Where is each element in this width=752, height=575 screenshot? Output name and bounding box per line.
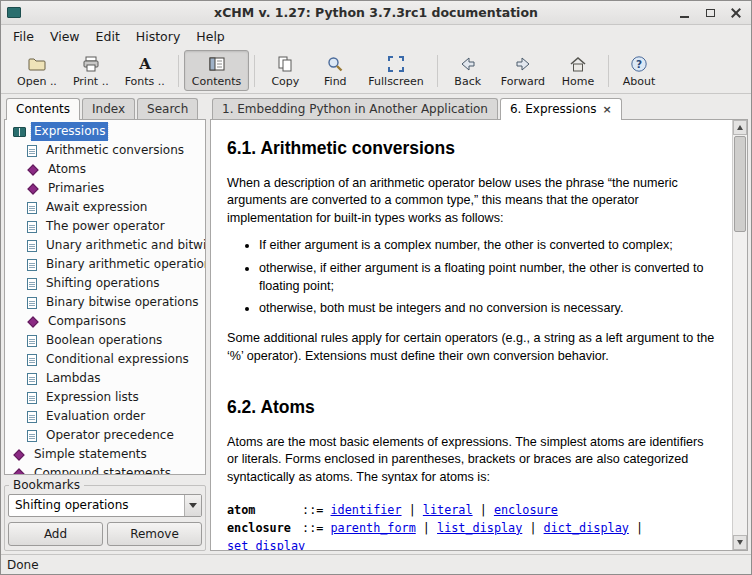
tree-item[interactable]: Comparisons <box>5 312 205 331</box>
grammar-keyword: enclosure <box>227 519 295 537</box>
paragraph: When a description of an arithmetic oper… <box>227 175 716 228</box>
titlebar[interactable]: xCHM v. 1.27: Python 3.7.3rc1 documentat… <box>1 1 751 25</box>
tree-item[interactable]: Conditional expressions <box>5 350 205 369</box>
tree-item-label: Await expression <box>43 198 150 217</box>
copy-button[interactable]: Copy <box>260 50 310 91</box>
doc-icon <box>27 278 37 290</box>
tree-item[interactable]: Binary bitwise operations <box>5 293 205 312</box>
tree-item[interactable]: Boolean operations <box>5 331 205 350</box>
tree-item[interactable]: Operator precedence <box>5 426 205 445</box>
sidebar-tabs: Contents Index Search <box>4 96 206 119</box>
menu-view[interactable]: View <box>42 26 88 47</box>
bookmarks-section: Bookmarks Shifting operations Add Remove <box>4 485 206 551</box>
tree-item[interactable]: Shifting operations <box>5 274 205 293</box>
contents-button[interactable]: Contents <box>184 50 249 91</box>
find-button[interactable]: Find <box>310 50 360 91</box>
grammar-link[interactable]: list_display <box>437 521 522 535</box>
doc-icon <box>27 392 37 404</box>
grammar-link[interactable]: set_display <box>227 539 305 550</box>
menu-help[interactable]: Help <box>188 26 233 47</box>
tab-label: 1. Embedding Python in Another Applicati… <box>222 102 488 116</box>
tree-item[interactable]: Expressions <box>5 122 205 141</box>
tree-item[interactable]: Compound statements <box>5 464 205 475</box>
tree-item[interactable]: Await expression <box>5 198 205 217</box>
grammar-keyword: atom <box>227 501 295 519</box>
app-window: xCHM v. 1.27: Python 3.7.3rc1 documentat… <box>0 0 752 575</box>
fullscreen-button[interactable]: Fullscreen <box>360 50 431 91</box>
tree-item-label: Simple statements <box>31 445 150 464</box>
doc-icon <box>27 354 37 366</box>
bullet-item: otherwise, if either argument is a float… <box>259 260 716 295</box>
tab-index[interactable]: Index <box>82 98 135 119</box>
fonts-icon: A <box>135 53 155 74</box>
tree-item[interactable]: Atoms <box>5 160 205 179</box>
scroll-down-icon[interactable] <box>733 535 747 550</box>
tree-item[interactable]: Primaries <box>5 179 205 198</box>
tree-item[interactable]: Simple statements <box>5 445 205 464</box>
forward-button[interactable]: Forward <box>493 50 553 91</box>
tab-search[interactable]: Search <box>137 98 198 119</box>
tree-item[interactable]: Expression lists <box>5 388 205 407</box>
document-tabs: 1. Embedding Python in Another Applicati… <box>210 96 748 119</box>
home-icon <box>568 53 588 74</box>
toolbar-label: Fullscreen <box>368 75 423 88</box>
add-bookmark-button[interactable]: Add <box>8 522 103 546</box>
grammar-link[interactable]: parenth_form <box>331 521 416 535</box>
tree-item[interactable]: Evaluation order <box>5 407 205 426</box>
print-button[interactable]: Print .. <box>65 50 117 91</box>
tab-close-icon[interactable]: × <box>603 104 612 115</box>
tree-item-label: Atoms <box>45 160 89 179</box>
toolbar-label: Contents <box>192 75 241 88</box>
toolbar-label: Back <box>454 75 481 88</box>
tree-item[interactable]: Unary arithmetic and bitwis <box>5 236 205 255</box>
scroll-up-icon[interactable] <box>733 120 747 135</box>
statusbar: Done <box>1 554 751 574</box>
tree-item[interactable]: Arithmetic conversions <box>5 141 205 160</box>
toolbar-label: Print .. <box>73 75 109 88</box>
svg-text:?: ? <box>636 58 642 70</box>
diamond-icon <box>27 164 38 175</box>
grammar-link[interactable]: literal <box>423 503 473 517</box>
doc-icon <box>27 373 37 385</box>
about-button[interactable]: ? About <box>614 50 664 91</box>
tab-contents[interactable]: Contents <box>6 98 80 120</box>
bookmark-combo[interactable]: Shifting operations <box>8 494 202 517</box>
grammar-link[interactable]: enclosure <box>494 503 558 517</box>
tab-embedding-python[interactable]: 1. Embedding Python in Another Applicati… <box>212 98 498 119</box>
menu-history[interactable]: History <box>128 26 188 47</box>
chevron-down-icon[interactable] <box>184 495 201 516</box>
doc-icon <box>27 202 37 214</box>
tree-item[interactable]: Lambdas <box>5 369 205 388</box>
content-scrollbar[interactable] <box>732 120 747 550</box>
open-button[interactable]: Open .. <box>9 50 65 91</box>
minimize-button[interactable] <box>675 4 693 22</box>
doc-icon <box>27 411 37 423</box>
close-icon <box>731 8 741 18</box>
tree-item-label: Expressions <box>31 122 108 141</box>
tree-item-label: Arithmetic conversions <box>43 141 187 160</box>
home-button[interactable]: Home <box>553 50 603 91</box>
grammar-link[interactable]: identifier <box>331 503 402 517</box>
printer-icon <box>81 53 101 74</box>
doc-icon <box>27 259 37 271</box>
toolbar-label: Copy <box>271 75 299 88</box>
tab-expressions[interactable]: 6. Expressions × <box>500 98 622 120</box>
remove-bookmark-button[interactable]: Remove <box>107 522 202 546</box>
doc-icon <box>27 335 37 347</box>
doc-icon <box>27 145 37 157</box>
maximize-button[interactable] <box>701 4 719 22</box>
scrollbar-thumb[interactable] <box>734 136 746 232</box>
doc-icon <box>27 297 37 309</box>
menu-file[interactable]: File <box>5 26 42 47</box>
tree-item-label: The power operator <box>43 217 168 236</box>
document-view: 6.1. Arithmetic conversions When a descr… <box>210 119 748 551</box>
back-button[interactable]: Back <box>443 50 493 91</box>
tree-item[interactable]: The power operator <box>5 217 205 236</box>
tree-item[interactable]: Binary arithmetic operation <box>5 255 205 274</box>
menu-edit[interactable]: Edit <box>88 26 128 47</box>
contents-panel-icon <box>207 53 227 74</box>
fonts-button[interactable]: A Fonts .. <box>117 50 173 91</box>
close-button[interactable] <box>727 4 745 22</box>
grammar-link[interactable]: dict_display <box>544 521 629 535</box>
tree-item-label: Evaluation order <box>43 407 148 426</box>
